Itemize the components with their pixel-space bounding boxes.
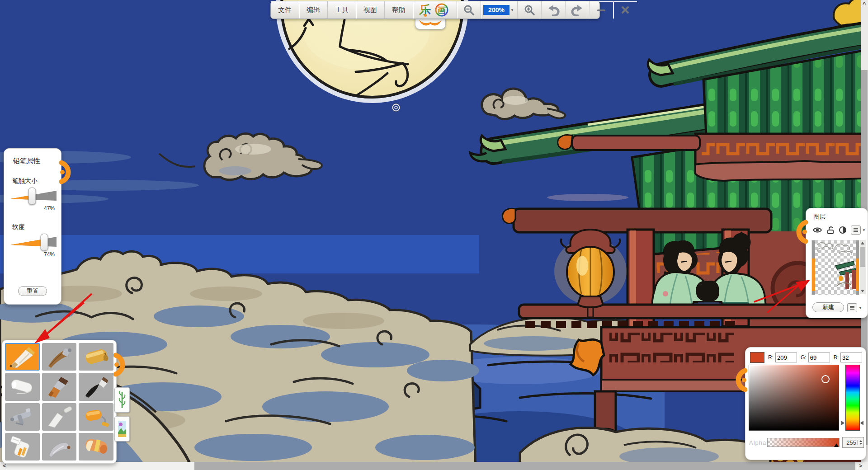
palette-knife-icon (45, 405, 74, 428)
softness-slider-thumb[interactable] (41, 234, 48, 251)
pen-nib-icon (82, 345, 111, 369)
red-input[interactable] (775, 352, 797, 362)
logo-buttons[interactable]: 乐 画 (413, 1, 457, 19)
saturation-value-field[interactable] (749, 365, 839, 431)
green-label: G: (801, 354, 807, 361)
flat-brush-icon (45, 375, 74, 399)
layer-options-button[interactable]: ▼ (847, 303, 862, 312)
tool-paint-roller[interactable] (79, 403, 113, 431)
layer-menu-dropdown-icon: ▼ (862, 228, 866, 232)
reset-button[interactable]: 重置 (18, 286, 47, 296)
layer-menu-button[interactable]: ▼ (851, 226, 866, 235)
tool-chalk[interactable] (5, 373, 40, 400)
tool-calligraphy-brush[interactable] (42, 343, 77, 371)
layer-scroll-up-icon[interactable] (861, 242, 864, 244)
clown-mouth-icon (417, 19, 443, 28)
tool-paint-bottle[interactable] (5, 433, 40, 461)
alpha-label: Alpha (749, 439, 766, 446)
redo-icon (571, 4, 584, 16)
paint-bottle-icon (8, 435, 37, 458)
scroll-right-icon[interactable]: > (859, 462, 863, 470)
zoom-dropdown-icon[interactable]: ▼ (510, 8, 514, 12)
brush-size-slider[interactable] (10, 190, 57, 202)
visibility-eye-icon[interactable] (812, 226, 822, 234)
color-panel-collapse-handle[interactable] (734, 367, 747, 393)
plant-icon (117, 390, 127, 410)
sky-band (0, 235, 479, 273)
drawing-canvas[interactable] (0, 0, 868, 470)
layer-list[interactable] (811, 240, 859, 295)
unlock-icon[interactable] (826, 226, 835, 234)
hue-marker-right-icon[interactable] (860, 421, 863, 425)
hue-marker-left-icon[interactable] (841, 421, 844, 425)
blend-contrast-icon[interactable] (839, 226, 847, 234)
tool-airbrush[interactable] (5, 403, 40, 431)
brush-size-slider-thumb[interactable] (28, 188, 36, 205)
softness-slider[interactable] (10, 236, 57, 248)
menu-edit[interactable]: 编辑 (299, 1, 328, 19)
paint-roller-icon (82, 405, 111, 428)
app-window: < > ^ v 文件 编辑 工具 视图 帮助 乐 画 200% ▼ (0, 0, 868, 470)
menu-view[interactable]: 视图 (356, 1, 385, 19)
menu-file[interactable]: 文件 (271, 1, 299, 19)
tool-ink-brush[interactable] (79, 373, 113, 400)
minimize-button[interactable] (590, 1, 613, 19)
alpha-spin-down-icon[interactable] (859, 443, 862, 445)
blue-label: B: (834, 354, 839, 361)
zoom-in-button[interactable] (518, 1, 542, 19)
layer-row-painting[interactable] (812, 258, 859, 291)
palette-collapse-handle[interactable] (113, 352, 127, 377)
red-label: R: (768, 354, 774, 361)
color-cursor[interactable] (821, 375, 830, 383)
layer-menu-icon (851, 226, 861, 235)
softness-label: 软度 (12, 223, 61, 231)
brush-size-value: 47% (4, 205, 55, 212)
close-icon (620, 5, 630, 15)
redo-button[interactable] (566, 1, 590, 19)
layer-row-partial[interactable] (812, 291, 859, 295)
layer-scroll-down-icon[interactable] (861, 290, 864, 292)
pencil-tool-icon (8, 345, 37, 369)
tool-flat-brush[interactable] (42, 373, 77, 400)
tool-eraser[interactable] (79, 433, 113, 461)
horizontal-scrollbar[interactable]: < > (0, 462, 868, 470)
zoom-out-icon (463, 4, 475, 16)
plant-brushes-tab[interactable] (114, 387, 130, 413)
current-color-swatch (750, 352, 764, 363)
layer-list-scrollbar[interactable] (860, 240, 866, 294)
tool-palette-knife[interactable] (42, 403, 77, 431)
svg-text:画: 画 (438, 6, 446, 15)
undo-button[interactable] (542, 1, 566, 19)
horizontal-scrollbar-thumb[interactable] (194, 462, 855, 470)
menu-help[interactable]: 帮助 (385, 1, 413, 19)
eraser-icon (82, 435, 111, 458)
tool-drop-pen[interactable] (42, 433, 77, 461)
chalk-icon (8, 375, 37, 399)
le-logo-icon: 乐 画 (418, 3, 452, 17)
brush-size-label: 笔触大小 (12, 177, 61, 185)
green-input[interactable] (808, 352, 830, 362)
layer-row-sketch[interactable] (812, 240, 859, 258)
hue-bar[interactable] (845, 365, 860, 431)
blue-input[interactable] (840, 352, 862, 362)
alpha-marker-icon[interactable] (834, 443, 839, 447)
stamp-gallery-tab[interactable] (114, 416, 130, 442)
tool-pencil[interactable] (5, 343, 40, 371)
tool-pen-nib[interactable] (79, 343, 113, 371)
drop-pen-icon (45, 435, 74, 458)
pencil-panel-title: 铅笔属性 (13, 157, 61, 165)
alpha-slider[interactable] (767, 438, 840, 447)
close-button[interactable] (613, 1, 637, 19)
layers-panel-collapse-handle[interactable] (794, 219, 808, 244)
zoom-out-button[interactable] (457, 1, 481, 19)
alpha-spinner[interactable]: 255 (842, 437, 864, 448)
menu-tools[interactable]: 工具 (328, 1, 356, 19)
pencil-panel-collapse-handle[interactable] (59, 160, 73, 185)
new-layer-button[interactable]: 新建 (812, 302, 844, 312)
alpha-spin-up-icon[interactable] (859, 440, 862, 442)
layer-scroll-thumb[interactable] (860, 247, 865, 267)
zoom-level-field[interactable]: 200% (483, 5, 509, 15)
scroll-up-icon[interactable]: ^ (863, 0, 866, 8)
brush-palette-panel (2, 340, 117, 464)
toolbar-clown-tab[interactable] (415, 17, 446, 29)
